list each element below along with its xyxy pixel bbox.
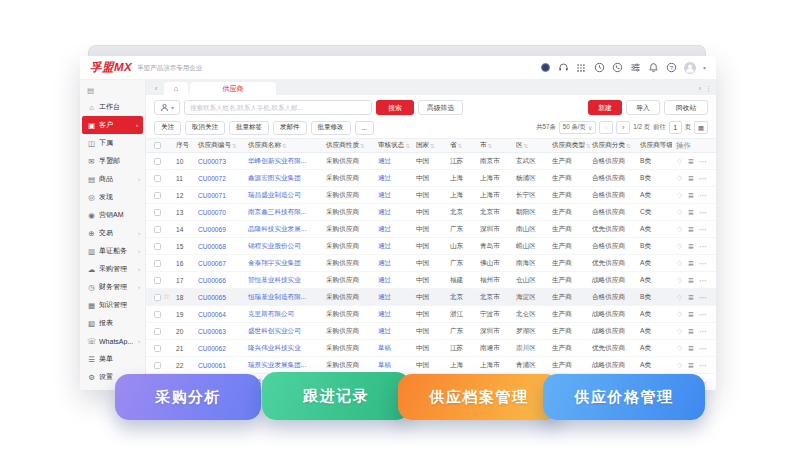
tag-icon[interactable]: ♢: [676, 259, 683, 268]
column-header-op[interactable]: 操作: [672, 141, 716, 151]
supplier-code-link[interactable]: CU00067: [196, 260, 246, 267]
supplier-code-link[interactable]: CU00062: [196, 345, 246, 352]
quick-button-purchase-analysis[interactable]: 采购分析: [115, 374, 261, 420]
more-icon[interactable]: ⋯: [699, 259, 707, 268]
audit-status-link[interactable]: 通过: [376, 242, 414, 251]
import-button[interactable]: 导入: [626, 100, 660, 115]
row-checkbox[interactable]: [154, 243, 161, 250]
audit-status-link[interactable]: 通过: [376, 174, 414, 183]
supplier-code-link[interactable]: CU00069: [196, 226, 246, 233]
more-icon[interactable]: ⋯: [699, 174, 707, 183]
supplier-name-link[interactable]: 晶隆科技实业发展...: [246, 225, 324, 234]
whatsapp-icon[interactable]: [612, 62, 623, 73]
row-checkbox[interactable]: [154, 311, 161, 318]
column-header-city[interactable]: 市 ⇅: [478, 141, 514, 150]
doc-icon[interactable]: ≣: [688, 327, 694, 336]
audit-status-link[interactable]: 通过: [376, 327, 414, 336]
sidebar-item-subordinates[interactable]: ◫ 下属 ›: [80, 134, 145, 152]
batch-tag-button[interactable]: 批量标签: [229, 121, 269, 135]
doc-icon[interactable]: ≣: [688, 208, 694, 217]
create-button[interactable]: 新建: [588, 100, 622, 115]
more-icon[interactable]: ⋯: [699, 208, 707, 217]
tab-home[interactable]: ⌂: [164, 82, 188, 95]
column-header-type[interactable]: 供应商类型 ⇅: [550, 141, 590, 150]
tag-icon[interactable]: ♢: [676, 276, 683, 285]
column-header-name[interactable]: 供应商名称 ⇅: [246, 141, 324, 150]
supplier-name-link[interactable]: 鑫源宏图实业集团: [246, 174, 324, 183]
supplier-name-link[interactable]: 瑞景实业发展集团...: [246, 361, 324, 370]
sidebar-item-workbench[interactable]: ⌂ 工作台 ›: [80, 98, 145, 116]
sidebar-item-procurement[interactable]: ☁ 采购管理 ›: [80, 260, 145, 278]
column-header-district[interactable]: 区 ⇅: [514, 141, 550, 150]
help-icon[interactable]: ?: [666, 62, 677, 73]
audit-status-link[interactable]: 通过: [376, 293, 414, 302]
supplier-name-link[interactable]: 盛世科创实业公司: [246, 327, 324, 336]
supplier-name-link[interactable]: 华峰创新实业有限...: [246, 157, 324, 166]
supplier-name-link[interactable]: 南京鑫三科技有限...: [246, 208, 324, 217]
column-header-category[interactable]: 供应商分类 ⇅: [590, 141, 638, 150]
audit-status-link[interactable]: 草稿: [376, 344, 414, 353]
sidebar-item-whatsapp[interactable]: ☏ WhatsAp... ›: [80, 332, 145, 350]
doc-icon[interactable]: ≣: [688, 344, 694, 353]
sidebar-item-reports[interactable]: ▧ 报表 ›: [80, 314, 145, 332]
supplier-code-link[interactable]: CU00066: [196, 277, 246, 284]
column-header-grade[interactable]: 供应商等级: [638, 141, 672, 150]
column-header-nature[interactable]: 供应商性质 ⇅: [324, 141, 376, 150]
contact-field-selector[interactable]: ▾: [154, 100, 180, 115]
next-page-button[interactable]: ›: [616, 121, 630, 134]
doc-icon[interactable]: ≣: [688, 242, 694, 251]
theme-icon[interactable]: [540, 62, 551, 73]
page-size-select[interactable]: 50 条/页 ∨: [559, 121, 597, 134]
audit-status-link[interactable]: 通过: [376, 276, 414, 285]
doc-icon[interactable]: ≣: [688, 361, 694, 370]
search-button[interactable]: 搜索: [376, 100, 414, 115]
row-checkbox[interactable]: [154, 260, 161, 267]
sidebar-item-products[interactable]: ▤ 商品 ›: [80, 170, 145, 188]
sort-icon[interactable]: ⇅: [524, 143, 529, 149]
table-row[interactable]: ☆ 15 CU00068 锦程实业股份公司 采购供应商 通过 中国 山东 青岛市…: [146, 238, 716, 255]
tab-suppliers[interactable]: 供应商: [190, 82, 276, 95]
search-input[interactable]: [184, 100, 372, 115]
tag-icon[interactable]: ♢: [676, 157, 683, 166]
row-checkbox[interactable]: [154, 294, 161, 301]
table-row[interactable]: ☆ 19 CU00064 克里斯有限公司 采购供应商 通过 中国 浙江 宁波市 …: [146, 306, 716, 323]
prev-page-button[interactable]: ‹: [599, 121, 613, 134]
row-checkbox[interactable]: [154, 226, 161, 233]
supplier-code-link[interactable]: CU00063: [196, 328, 246, 335]
sidebar-item-customers[interactable]: ▣ 客户 ›: [82, 116, 143, 134]
table-row[interactable]: ☆ 17 CU00066 智恒基业科技实业 采购供应商 通过 中国 福建 福州市…: [146, 272, 716, 289]
table-row[interactable]: ☆ 16 CU00067 金泰翔宇实业集团 采购供应商 通过 中国 广东 佛山市…: [146, 255, 716, 272]
tag-icon[interactable]: ♢: [676, 208, 683, 217]
goto-page-input[interactable]: [669, 121, 682, 134]
tag-icon[interactable]: ♢: [676, 242, 683, 251]
audit-status-link[interactable]: 通过: [376, 191, 414, 200]
sort-icon[interactable]: ⇅: [282, 143, 287, 149]
filter-icon[interactable]: [630, 62, 641, 73]
more-actions-button[interactable]: ...: [355, 121, 374, 135]
star-icon[interactable]: ☆: [163, 293, 170, 301]
row-checkbox[interactable]: [154, 345, 161, 352]
quick-button-supply-pricing[interactable]: 供应价格管理: [543, 374, 705, 420]
sort-icon[interactable]: ⇅: [458, 143, 463, 149]
doc-icon[interactable]: ≣: [688, 191, 694, 200]
more-icon[interactable]: ⋯: [699, 157, 707, 166]
row-checkbox[interactable]: [154, 277, 161, 284]
supplier-name-link[interactable]: 瑞昌盛业制造公司: [246, 191, 324, 200]
advanced-filter-button[interactable]: 高级筛选: [418, 100, 463, 115]
sidebar-item-shipping-docs[interactable]: ▥ 单证船务 ›: [80, 242, 145, 260]
doc-icon[interactable]: ≣: [688, 174, 694, 183]
doc-icon[interactable]: ≣: [688, 157, 694, 166]
column-header-status[interactable]: 审核状态 ⇅: [376, 141, 414, 150]
tab-more-icon[interactable]: ⋮: [705, 85, 712, 93]
table-row[interactable]: ☆ 20 CU00063 盛世科创实业公司 采购供应商 通过 中国 广东 深圳市…: [146, 323, 716, 340]
row-checkbox[interactable]: [154, 362, 161, 369]
table-row[interactable]: ☆ 18 CU00065 恒瑞基业制造有限... 采购供应商 通过 中国 北京 …: [146, 289, 716, 306]
audit-status-link[interactable]: 通过: [376, 208, 414, 217]
row-checkbox[interactable]: [154, 328, 161, 335]
more-icon[interactable]: ⋯: [699, 225, 707, 234]
table-row[interactable]: ☆ 13 CU00070 南京鑫三科技有限... 采购供应商 通过 中国 北京 …: [146, 204, 716, 221]
tag-icon[interactable]: ♢: [676, 310, 683, 319]
supplier-code-link[interactable]: CU00072: [196, 175, 246, 182]
more-icon[interactable]: ⋯: [699, 276, 707, 285]
more-icon[interactable]: ⋯: [699, 191, 707, 200]
